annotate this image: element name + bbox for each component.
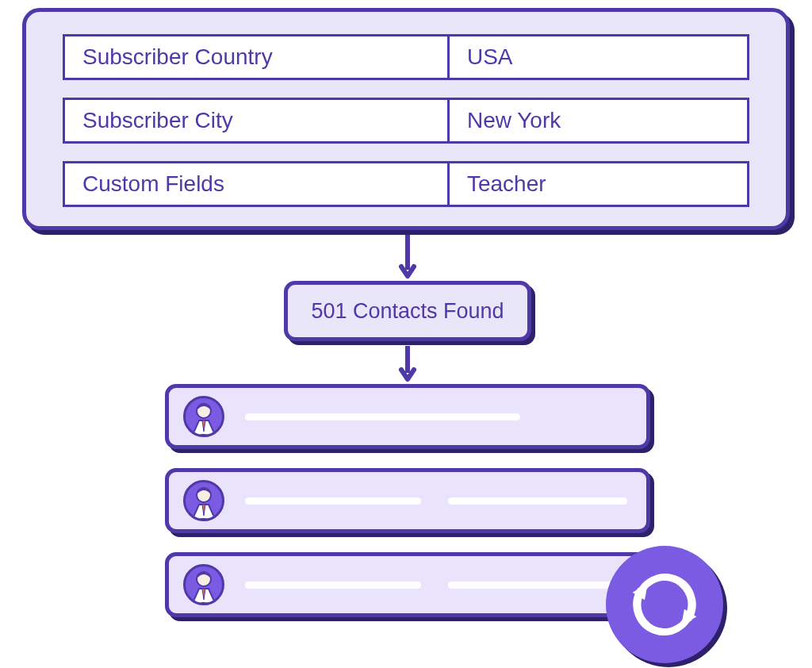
contacts-list bbox=[165, 384, 650, 636]
placeholder-line bbox=[245, 497, 421, 505]
contact-placeholder bbox=[245, 413, 627, 420]
contact-row bbox=[165, 468, 650, 533]
contact-placeholder bbox=[245, 497, 627, 505]
filter-criteria-card: Subscriber Country USA Subscriber City N… bbox=[22, 8, 790, 230]
flow-arrow-icon bbox=[401, 235, 414, 281]
filter-row-city: Subscriber City New York bbox=[63, 98, 749, 144]
contact-row bbox=[165, 384, 650, 449]
placeholder-line bbox=[448, 582, 627, 589]
results-count-chip: 501 Contacts Found bbox=[284, 281, 531, 341]
filter-row-country: Subscriber Country USA bbox=[63, 34, 749, 80]
flow-arrow-icon bbox=[401, 346, 414, 384]
refresh-icon bbox=[626, 566, 703, 643]
filter-label: Subscriber City bbox=[63, 98, 447, 144]
filter-value: Teacher bbox=[447, 161, 749, 207]
person-avatar-icon bbox=[183, 564, 224, 605]
filter-row-custom-fields: Custom Fields Teacher bbox=[63, 161, 749, 207]
placeholder-line bbox=[245, 582, 421, 589]
filter-value: New York bbox=[447, 98, 749, 144]
diagram-stage: Subscriber Country USA Subscriber City N… bbox=[0, 0, 812, 668]
filter-label: Custom Fields bbox=[63, 161, 447, 207]
filter-label: Subscriber Country bbox=[63, 34, 447, 80]
placeholder-line bbox=[245, 413, 520, 420]
filter-value: USA bbox=[447, 34, 749, 80]
placeholder-line bbox=[448, 497, 627, 505]
refresh-button[interactable] bbox=[606, 546, 723, 663]
contact-row bbox=[165, 552, 650, 617]
contact-placeholder bbox=[245, 582, 627, 589]
person-avatar-icon bbox=[183, 396, 224, 437]
results-count-text: 501 Contacts Found bbox=[311, 299, 504, 324]
person-avatar-icon bbox=[183, 480, 224, 521]
